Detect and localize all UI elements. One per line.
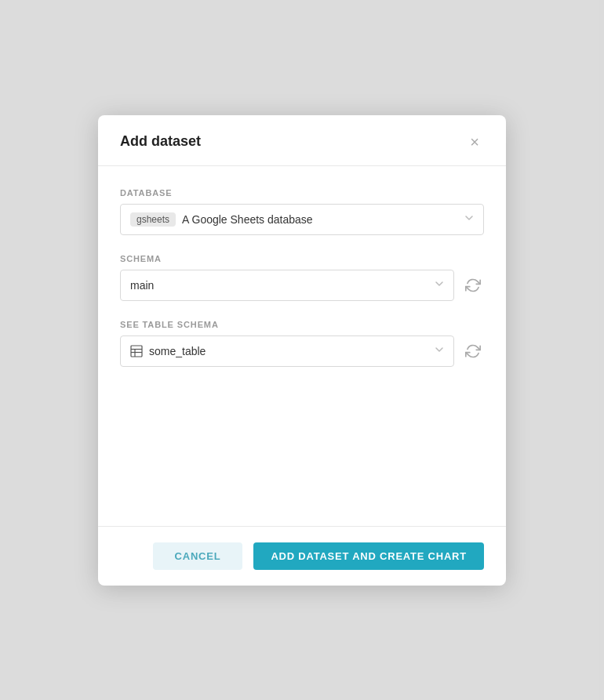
close-button[interactable]: ×	[465, 132, 484, 151]
database-label: DATABASE	[120, 188, 484, 198]
table-grid-icon	[130, 345, 143, 357]
schema-refresh-button[interactable]	[462, 274, 484, 296]
schema-select[interactable]: main	[120, 270, 454, 301]
modal-body: DATABASE gsheets A Google Sheets databas…	[98, 166, 506, 526]
table-value: some_table	[149, 345, 206, 357]
modal-header: Add dataset ×	[98, 115, 506, 166]
cancel-button[interactable]: CANCEL	[153, 542, 243, 570]
table-refresh-icon	[465, 343, 481, 359]
table-chevron-icon	[435, 345, 444, 357]
table-refresh-button[interactable]	[462, 340, 484, 362]
schema-refresh-icon	[465, 277, 481, 293]
database-select[interactable]: gsheets A Google Sheets database	[120, 204, 484, 235]
schema-chevron-icon	[435, 279, 444, 291]
schema-value: main	[130, 279, 154, 292]
modal-footer: CANCEL ADD DATASET AND CREATE CHART	[98, 526, 506, 586]
database-select-content: gsheets A Google Sheets database	[130, 212, 464, 227]
database-chevron-icon	[464, 213, 474, 225]
database-badge: gsheets	[130, 212, 176, 227]
database-section: DATABASE gsheets A Google Sheets databas…	[120, 188, 484, 235]
table-row: some_table	[120, 335, 484, 367]
modal-title: Add dataset	[120, 133, 201, 150]
schema-select-content: main	[130, 279, 435, 292]
database-row: gsheets A Google Sheets database	[120, 204, 484, 235]
table-select-content: some_table	[130, 345, 435, 357]
add-dataset-button[interactable]: ADD DATASET AND CREATE CHART	[253, 542, 484, 570]
schema-row: main	[120, 270, 484, 301]
modal-dialog: Add dataset × DATABASE gsheets A Google …	[98, 115, 506, 586]
svg-rect-0	[131, 346, 142, 357]
schema-section: SCHEMA main	[120, 254, 484, 301]
table-label: SEE TABLE SCHEMA	[120, 320, 484, 329]
close-icon: ×	[470, 134, 479, 150]
table-section: SEE TABLE SCHEMA	[120, 320, 484, 367]
table-select[interactable]: some_table	[120, 335, 454, 367]
modal-overlay: Add dataset × DATABASE gsheets A Google …	[0, 0, 604, 700]
database-value: A Google Sheets database	[182, 213, 313, 226]
schema-label: SCHEMA	[120, 254, 484, 263]
